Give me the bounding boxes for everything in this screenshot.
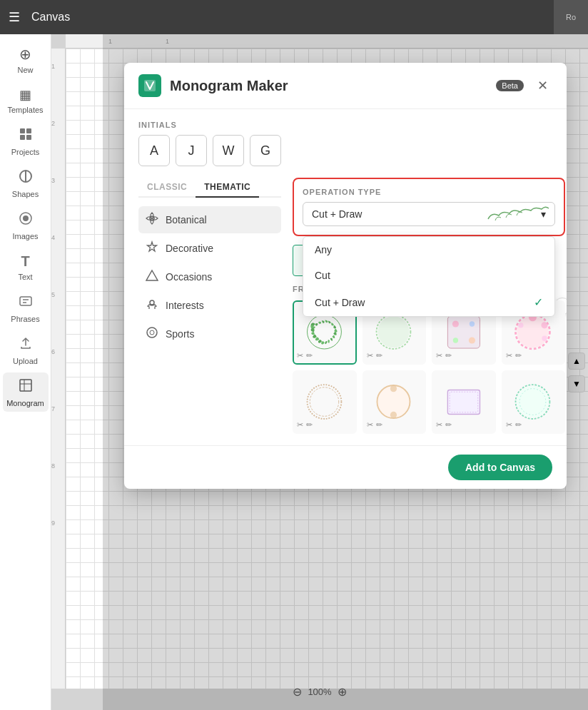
phrases-icon [19, 294, 33, 312]
sidebar-item-label: Text [18, 273, 32, 281]
sidebar-item-monogram[interactable]: Monogram [3, 372, 49, 412]
frame-item-7[interactable]: ✂ ✏ [432, 370, 496, 435]
sidebar-item-templates[interactable]: ▦ Templates [3, 81, 49, 118]
shapes-icon [19, 169, 33, 187]
tab-classic[interactable]: CLASSIC [138, 178, 196, 198]
frames-grid: ✂ ✏ [293, 300, 565, 434]
cut-icon: ✂ [297, 420, 303, 430]
svg-point-19 [378, 316, 410, 348]
canvas-area: 1 1 1 2 3 4 5 6 7 8 9 ⊖ 100% ⊕ [51, 34, 588, 710]
sidebar-item-upload[interactable]: Upload [3, 330, 49, 370]
sidebar-item-label: Shapes [12, 190, 39, 198]
pen-icon: ✏ [515, 351, 522, 360]
app-title: Canvas [31, 11, 70, 24]
modal-title: Monogram Maker [170, 78, 487, 94]
initial-box-g[interactable]: G [250, 135, 281, 166]
initials-section: INITIALS A J W G [138, 121, 552, 166]
svg-point-36 [390, 385, 397, 392]
check-mark-icon: ✓ [534, 295, 543, 309]
sidebar-item-projects[interactable]: Projects [3, 121, 49, 161]
sports-icon [146, 326, 158, 342]
dropdown-item-cut[interactable]: Cut [303, 263, 554, 288]
svg-point-24 [453, 338, 458, 343]
svg-rect-10 [20, 380, 31, 391]
images-icon [19, 211, 33, 229]
ruler-vertical: 1 2 3 4 5 6 7 8 9 [51, 49, 66, 689]
dropdown-menu: Any Cut Cut + Draw ✓ [303, 236, 555, 317]
category-label: Interests [166, 300, 204, 311]
sidebar-item-label: Upload [13, 357, 38, 365]
svg-point-25 [469, 338, 475, 344]
text-icon: T [21, 253, 29, 270]
svg-point-40 [517, 386, 549, 417]
modal-overlay: Monogram Maker Beta ✕ INITIALS A J W [103, 34, 588, 710]
frame-item-5[interactable]: ✂ ✏ [293, 370, 357, 435]
sidebar-item-images[interactable]: Images [3, 206, 49, 245]
operation-type-label: OPERATION TYPE [303, 188, 555, 196]
svg-point-33 [310, 387, 339, 417]
sidebar-item-label: Phrases [11, 315, 39, 323]
frame-item-8[interactable]: ✂ ✏ [502, 370, 566, 435]
svg-rect-21 [447, 316, 480, 348]
svg-rect-7 [20, 297, 31, 305]
categories-panel: CLASSIC THEMATIC [138, 178, 281, 434]
category-item-interests[interactable]: Interests [138, 292, 281, 319]
decorative-icon [146, 240, 158, 256]
category-item-decorative[interactable]: Decorative [138, 235, 281, 262]
category-tabs: CLASSIC THEMATIC [138, 178, 281, 198]
svg-point-15 [150, 300, 154, 305]
leaf-decoration [481, 205, 552, 229]
modal-footer: Add to Canvas [124, 445, 567, 489]
category-item-occasions[interactable]: Occasions [138, 263, 281, 290]
undo-area: Ro [554, 0, 588, 34]
svg-point-16 [147, 328, 157, 338]
pen-icon: ✏ [306, 351, 313, 360]
occasions-icon [146, 269, 158, 285]
undo-label: Ro [566, 13, 576, 21]
menu-icon[interactable]: ☰ [9, 9, 20, 25]
svg-point-37 [390, 412, 397, 418]
category-label: Occasions [166, 271, 212, 283]
svg-point-29 [542, 322, 548, 328]
cut-icon: ✂ [436, 351, 442, 360]
cut-icon: ✂ [436, 420, 442, 430]
sidebar-item-phrases[interactable]: Phrases [3, 288, 49, 328]
frame-item-6[interactable]: ✂ ✏ [363, 370, 427, 435]
cut-icon: ✂ [506, 420, 512, 430]
cut-icon: ✂ [367, 420, 373, 430]
sidebar-item-label: Templates [7, 106, 43, 114]
sidebar-item-text[interactable]: T Text [3, 248, 49, 285]
category-item-sports[interactable]: Sports [138, 320, 281, 348]
initial-box-w[interactable]: W [213, 135, 244, 166]
category-label: Sports [166, 328, 194, 340]
modal-close-button[interactable]: ✕ [532, 76, 552, 96]
tab-thematic[interactable]: THEMATIC [196, 178, 259, 198]
operation-type-section: OPERATION TYPE Cut + Draw ▾ Any [293, 178, 565, 236]
add-to-canvas-button[interactable]: Add to Canvas [448, 455, 552, 480]
sidebar-item-label: New [17, 66, 33, 74]
dropdown-item-cut-draw[interactable]: Cut + Draw ✓ [303, 288, 554, 316]
svg-point-31 [519, 323, 524, 328]
sidebar-item-shapes[interactable]: Shapes [3, 163, 49, 203]
category-label: Botanical [166, 214, 207, 225]
sidebar: ⊕ New ▦ Templates Projects [0, 34, 51, 710]
svg-rect-38 [447, 390, 480, 414]
sidebar-item-label: Monogram [6, 399, 44, 407]
beta-badge: Beta [496, 80, 524, 91]
selected-option: Cut + Draw [312, 208, 362, 220]
pen-icon: ✏ [306, 420, 313, 430]
initial-box-j[interactable]: J [176, 135, 207, 166]
upload-icon [19, 336, 33, 354]
sidebar-item-new[interactable]: ⊕ New [3, 40, 49, 78]
dropdown-item-any[interactable]: Any [303, 237, 554, 263]
cut-icon: ✂ [367, 351, 373, 360]
projects-icon [19, 127, 33, 145]
initial-box-a[interactable]: A [138, 135, 170, 166]
sidebar-item-label: Projects [11, 148, 40, 156]
category-item-botanical[interactable]: Botanical [138, 206, 281, 233]
pen-icon: ✏ [515, 420, 522, 430]
modal-monogram: Monogram Maker Beta ✕ INITIALS A J W [124, 63, 567, 489]
svg-point-30 [542, 336, 547, 341]
svg-point-23 [470, 322, 475, 327]
pen-icon: ✏ [445, 351, 452, 360]
